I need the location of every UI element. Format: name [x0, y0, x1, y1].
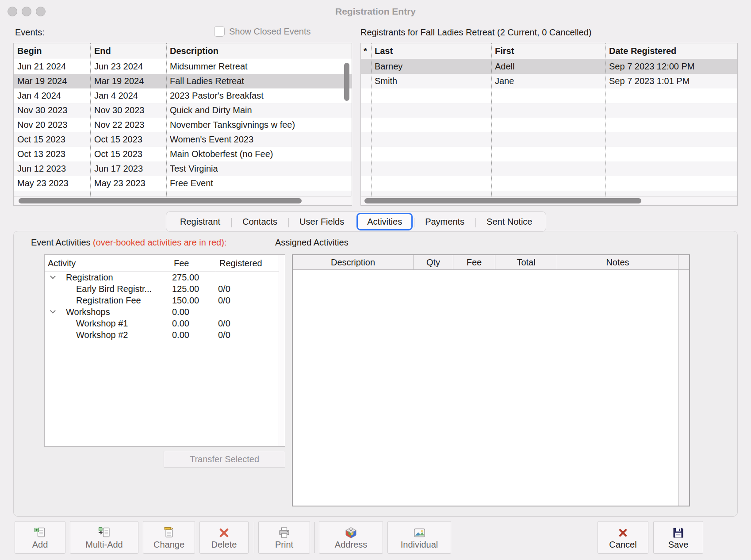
column-divider: [171, 255, 171, 446]
registrant-row[interactable]: Barney Adell Sep 7 2023 12:00 PM: [361, 59, 737, 74]
column-header-notes: Notes: [557, 255, 678, 269]
column-divider: [605, 43, 606, 196]
event-activities-table: Activity Fee Registered Registration 275…: [44, 254, 285, 447]
registrant-row[interactable]: Smith Jane Sep 7 2023 1:01 PM: [361, 74, 737, 88]
column-header-date-registered[interactable]: Date Registered: [605, 43, 737, 59]
tab-activities[interactable]: Activities: [356, 213, 413, 230]
column-header-first[interactable]: First: [491, 43, 605, 59]
column-header-end[interactable]: End: [90, 43, 166, 59]
address-cube-icon: [345, 526, 357, 539]
button-divider: [314, 522, 315, 553]
activity-row[interactable]: Workshops 0.00: [45, 306, 279, 318]
events-horizontal-scrollbar[interactable]: [14, 196, 351, 205]
event-begin-cell: Nov 20 2023: [14, 118, 90, 132]
assigned-activities-label: Assigned Activities: [275, 238, 349, 248]
column-divider: [216, 255, 216, 446]
registrant-first-cell: Adell: [491, 59, 605, 74]
events-vertical-scrollbar-thumb[interactable]: [344, 63, 349, 101]
delete-button-label: Delete: [211, 540, 237, 550]
event-row[interactable]: Nov 20 2023 Nov 22 2023 November Tanksgi…: [14, 118, 352, 132]
address-button[interactable]: Address: [319, 521, 383, 554]
event-row[interactable]: Jun 12 2023 Jun 17 2023 Test Virginia: [14, 161, 352, 176]
activity-row[interactable]: Workshop #1 0.00 0/0: [45, 318, 279, 329]
activity-registered-cell: 0/0: [218, 283, 230, 295]
checkbox-label: Show Closed Events: [229, 27, 311, 37]
event-end-cell: Oct 15 2023: [90, 132, 166, 147]
cancel-button[interactable]: Cancel: [598, 521, 648, 554]
print-button-label: Print: [275, 540, 293, 550]
cancel-button-label: Cancel: [609, 540, 636, 550]
events-label: Events:: [15, 27, 45, 38]
expand-chevron-icon[interactable]: [50, 273, 56, 279]
activity-row[interactable]: Registration 275.00: [45, 272, 279, 283]
event-row[interactable]: Oct 15 2023 Oct 15 2023 Women's Event 20…: [14, 132, 352, 147]
event-activities-table-body: Registration 275.00 Early Bird Registr..…: [45, 272, 279, 446]
registrants-table-body: Barney Adell Sep 7 2023 12:00 PM Smith J…: [361, 59, 737, 196]
assigned-activities-table-body: [293, 270, 678, 506]
column-header-description[interactable]: Description: [166, 43, 352, 59]
activity-row[interactable]: Registration Fee 150.00 0/0: [45, 295, 279, 306]
column-header-begin[interactable]: Begin: [14, 43, 90, 59]
event-description-cell: Test Virginia: [166, 161, 352, 176]
activity-row[interactable]: Early Bird Registr... 125.00 0/0: [45, 283, 279, 295]
assigned-activities-table: Description Qty Fee Total Notes: [292, 254, 690, 506]
activity-fee-cell: 0.00: [172, 329, 189, 341]
save-button[interactable]: Save: [653, 521, 703, 554]
event-end-cell: Jun 23 2024: [90, 59, 166, 74]
individual-photo-icon: [414, 526, 425, 539]
event-description-cell: Midsummer Retreat: [166, 59, 352, 74]
event-activities-label-text: Event Activities: [31, 238, 91, 247]
multi-add-button[interactable]: Multi-Add: [70, 521, 138, 554]
event-row[interactable]: May 23 2023 May 23 2023 Free Event: [14, 176, 352, 191]
add-button[interactable]: Add: [15, 521, 65, 554]
event-begin-cell: Jun 21 2024: [14, 59, 90, 74]
column-header-star[interactable]: *: [361, 43, 371, 59]
activity-fee-cell: 150.00: [172, 295, 199, 306]
event-row[interactable]: Nov 30 2023 Nov 30 2023 Quick and Dirty …: [14, 103, 352, 118]
tab-user-fields[interactable]: User Fields: [288, 213, 355, 230]
event-activities-label: Event Activities (over-booked activities…: [31, 238, 226, 248]
event-end-cell: Oct 15 2023: [90, 147, 166, 161]
activity-registered-cell: 0/0: [218, 295, 230, 306]
registrants-table-header: * Last First Date Registered: [361, 43, 737, 59]
event-description-cell: Free Event: [166, 176, 352, 191]
registrant-star-cell: [361, 74, 371, 88]
event-begin-cell: Jun 12 2023: [14, 161, 90, 176]
button-divider: [254, 522, 254, 553]
column-divider: [371, 43, 372, 196]
expand-chevron-icon[interactable]: [50, 308, 56, 314]
tab-payments[interactable]: Payments: [414, 213, 475, 230]
assigned-vertical-scrollbar[interactable]: [678, 270, 689, 506]
event-row[interactable]: Jun 21 2024 Jun 23 2024 Midsummer Retrea…: [14, 59, 352, 74]
transfer-selected-button[interactable]: Transfer Selected: [164, 451, 285, 468]
column-header-activity: Activity: [48, 255, 76, 272]
tab-contacts[interactable]: Contacts: [231, 213, 288, 230]
tab-sent-notice[interactable]: Sent Notice: [475, 213, 543, 230]
activity-registered-cell: 0/0: [218, 329, 230, 341]
event-end-cell: Nov 22 2023: [90, 118, 166, 132]
change-button[interactable]: Change: [143, 521, 195, 554]
checkbox-box[interactable]: [214, 26, 225, 37]
registrants-title: Registrants for Fall Ladies Retreat (2 C…: [360, 27, 591, 38]
events-horizontal-scrollbar-thumb[interactable]: [19, 198, 302, 203]
column-header-fee: Fee: [174, 255, 189, 272]
registrants-horizontal-scrollbar-thumb[interactable]: [364, 198, 641, 203]
event-row[interactable]: Oct 13 2023 Oct 15 2023 Main Oktoberfest…: [14, 147, 352, 161]
window-title: Registration Entry: [0, 0, 751, 23]
registrant-star-cell: [361, 59, 371, 74]
event-row[interactable]: Jan 4 2024 Jan 4 2024 2023 Pastor's Brea…: [14, 88, 352, 103]
delete-button[interactable]: Delete: [199, 521, 249, 554]
registrants-horizontal-scrollbar[interactable]: [361, 196, 737, 205]
column-header-last[interactable]: Last: [371, 43, 491, 59]
printer-icon: [278, 526, 290, 539]
show-closed-events-checkbox[interactable]: Show Closed Events: [214, 26, 311, 37]
event-row[interactable]: Mar 19 2024 Mar 19 2024 Fall Ladies Retr…: [14, 74, 352, 88]
tab-registrant[interactable]: Registrant: [169, 213, 231, 230]
print-button[interactable]: Print: [258, 521, 310, 554]
change-form-icon: [163, 526, 175, 539]
activity-row[interactable]: Workshop #2 0.00 0/0: [45, 329, 279, 341]
registrant-first-cell: Jane: [491, 74, 605, 88]
activities-vertical-scrollbar[interactable]: [279, 255, 285, 446]
individual-button[interactable]: Individual: [387, 521, 451, 554]
events-vertical-scrollbar[interactable]: [343, 61, 351, 195]
